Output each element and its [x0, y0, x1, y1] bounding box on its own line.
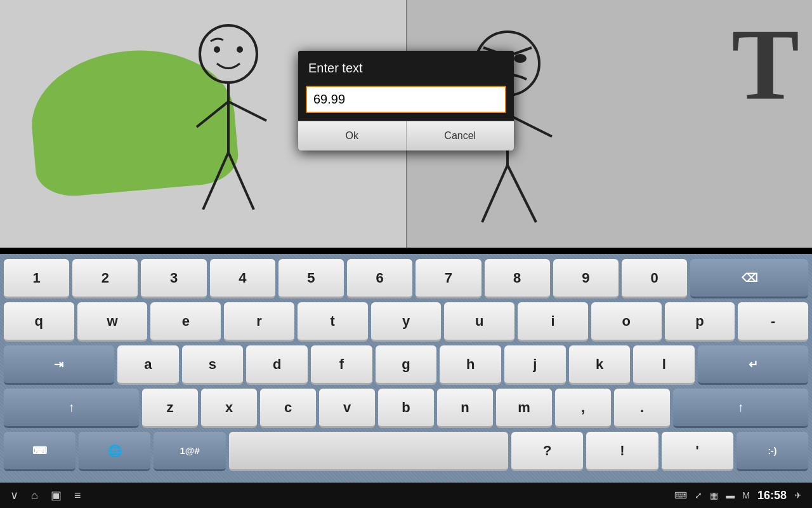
svg-line-17: [508, 165, 536, 222]
status-area: ⌨ ⤢ ▦ ▬ M 16:58 ✈: [674, 489, 802, 502]
svg-line-16: [482, 165, 508, 222]
email-icon: M: [742, 490, 750, 500]
keyboard-icon: ⌨: [674, 490, 687, 500]
key-apostrophe[interactable]: ': [662, 432, 733, 471]
t-letter-decoration: T: [731, 6, 799, 124]
fullscreen-icon: ⤢: [695, 490, 702, 500]
key-3[interactable]: 3: [141, 259, 206, 298]
key-k[interactable]: k: [569, 345, 631, 385]
key-f[interactable]: f: [311, 345, 372, 385]
svg-line-12: [514, 48, 532, 54]
nav-menu-icon[interactable]: ≡: [74, 489, 81, 502]
key-tab[interactable]: ⇥: [4, 345, 114, 385]
dialog-input-area: [298, 83, 514, 121]
key-globe[interactable]: 🌐: [79, 432, 150, 471]
key-emoji[interactable]: :-): [737, 432, 808, 471]
key-t[interactable]: t: [298, 302, 368, 342]
key-6[interactable]: 6: [347, 259, 412, 298]
key-2[interactable]: 2: [72, 259, 138, 298]
key-keyboard-switch[interactable]: ⌨: [4, 432, 75, 471]
key-v[interactable]: v: [319, 389, 375, 428]
key-g[interactable]: g: [376, 345, 437, 385]
keyboard-row-zxcv: ↑ z x c v b n m , . ↑: [4, 389, 808, 428]
key-s[interactable]: s: [182, 345, 244, 385]
key-w[interactable]: w: [77, 302, 148, 342]
key-exclaim[interactable]: !: [586, 432, 658, 471]
dialog-title: Enter text: [298, 51, 514, 83]
key-1[interactable]: 1: [4, 259, 69, 298]
key-e[interactable]: e: [150, 302, 221, 342]
key-4[interactable]: 4: [210, 259, 275, 298]
key-m[interactable]: m: [496, 389, 552, 428]
svg-point-1: [214, 46, 220, 53]
key-z[interactable]: z: [142, 389, 198, 428]
key-q[interactable]: q: [4, 302, 74, 342]
key-c[interactable]: c: [260, 389, 316, 428]
stick-figure-left: [165, 19, 292, 229]
key-b[interactable]: b: [378, 389, 434, 428]
screenshot-icon: ▦: [710, 490, 718, 500]
key-comma[interactable]: ,: [555, 389, 611, 428]
nav-back-icon[interactable]: ∨: [10, 488, 18, 502]
key-x[interactable]: x: [201, 389, 257, 428]
key-i[interactable]: i: [518, 302, 588, 342]
key-dash[interactable]: -: [738, 302, 808, 342]
system-time: 16:58: [757, 489, 787, 502]
key-5[interactable]: 5: [278, 259, 344, 298]
key-j[interactable]: j: [504, 345, 566, 385]
nav-home-icon[interactable]: ⌂: [31, 489, 38, 502]
key-l[interactable]: l: [633, 345, 695, 385]
ok-button[interactable]: Ok: [298, 121, 407, 150]
keyboard-row-asdf: ⇥ a s d f g h j k l ↵: [4, 345, 808, 385]
svg-point-10: [514, 54, 527, 63]
svg-line-5: [228, 102, 266, 121]
key-period[interactable]: .: [614, 389, 670, 428]
display-icon: ▬: [726, 490, 735, 500]
keyboard-row-qwerty: q w e r t y u i o p -: [4, 302, 808, 342]
key-h[interactable]: h: [440, 345, 501, 385]
key-shift-right[interactable]: ↑: [673, 389, 808, 428]
nav-recent-icon[interactable]: ▣: [51, 488, 62, 502]
key-o[interactable]: o: [591, 302, 662, 342]
svg-point-2: [237, 46, 243, 53]
keyboard-row-bottom: ⌨ 🌐 1@# ? ! ' :-): [4, 432, 808, 471]
key-u[interactable]: u: [444, 302, 514, 342]
key-p[interactable]: p: [665, 302, 735, 342]
enter-text-dialog: Enter text Ok Cancel: [298, 51, 514, 150]
system-bar: ∨ ⌂ ▣ ≡ ⌨ ⤢ ▦ ▬ M 16:58 ✈: [0, 483, 812, 508]
keyboard-row-numbers: 1 2 3 4 5 6 7 8 9 0 ⌫: [4, 259, 808, 298]
key-a[interactable]: a: [117, 345, 179, 385]
key-d[interactable]: d: [246, 345, 308, 385]
airplane-icon: ✈: [794, 490, 802, 500]
key-8[interactable]: 8: [485, 259, 550, 298]
key-7[interactable]: 7: [416, 259, 481, 298]
key-n[interactable]: n: [437, 389, 493, 428]
svg-line-7: [228, 152, 254, 210]
svg-point-0: [200, 25, 257, 83]
dialog-button-row: Ok Cancel: [298, 121, 514, 150]
svg-line-6: [203, 152, 228, 210]
key-9[interactable]: 9: [553, 259, 619, 298]
keyboard: 1 2 3 4 5 6 7 8 9 0 ⌫ q w e r t y u i o …: [0, 254, 812, 483]
key-0[interactable]: 0: [622, 259, 687, 298]
key-r[interactable]: r: [224, 302, 294, 342]
svg-line-15: [508, 114, 552, 137]
svg-line-4: [197, 102, 228, 127]
dialog-text-input[interactable]: [306, 86, 506, 113]
nav-buttons: ∨ ⌂ ▣ ≡: [10, 488, 81, 502]
key-symbols[interactable]: 1@#: [154, 432, 225, 471]
key-y[interactable]: y: [371, 302, 442, 342]
key-enter[interactable]: ↵: [698, 345, 808, 385]
key-backspace[interactable]: ⌫: [690, 259, 808, 298]
key-spacebar[interactable]: [229, 432, 508, 471]
key-question[interactable]: ?: [511, 432, 583, 471]
cancel-button[interactable]: Cancel: [407, 121, 514, 150]
key-shift-left[interactable]: ↑: [4, 389, 139, 428]
